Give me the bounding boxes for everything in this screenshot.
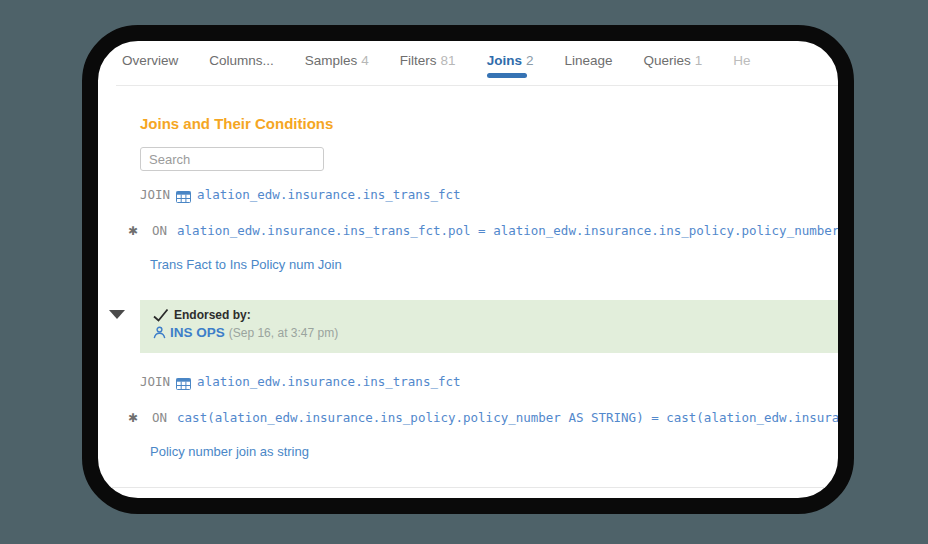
table-icon — [176, 376, 191, 388]
tab-samples[interactable]: Samples4 — [305, 53, 369, 82]
on-keyword: ON — [152, 223, 167, 238]
join-condition-row: ✱ ON alation_edw.insurance.ins_trans_fct… — [128, 223, 854, 238]
tab-filters-count: 81 — [441, 53, 456, 68]
tab-lineage[interactable]: Lineage — [564, 53, 612, 82]
table-icon — [176, 189, 191, 201]
join-table-link[interactable]: alation_edw.insurance.ins_trans_fct — [197, 374, 460, 389]
active-tab-indicator — [487, 73, 527, 78]
join-condition-icon: ✱ — [128, 411, 142, 425]
tab-queries[interactable]: Queries1 — [643, 53, 702, 82]
on-keyword: ON — [152, 410, 167, 425]
join-table-link[interactable]: alation_edw.insurance.ins_trans_fct — [197, 187, 460, 202]
page-title: Joins and Their Conditions — [140, 115, 333, 132]
tab-queries-count: 1 — [695, 53, 703, 68]
join-name-link[interactable]: Policy number join as string — [150, 444, 309, 459]
collapse-caret-icon[interactable] — [109, 310, 125, 319]
tab-samples-count: 4 — [361, 53, 369, 68]
tab-overview[interactable]: Overview — [122, 53, 178, 82]
tab-health-clipped[interactable]: He — [733, 53, 750, 82]
join-condition-row: ✱ ON cast(alation_edw.insurance.ins_poli… — [128, 410, 854, 425]
join-keyword: JOIN — [140, 374, 170, 389]
bottom-divider — [98, 487, 838, 488]
join-condition-expression: cast(alation_edw.insurance.ins_policy.po… — [177, 410, 854, 425]
endorsement-banner: Endorsed by: INS OPS (Sep 16, at 3:47 pm… — [140, 300, 854, 353]
tab-divider — [116, 85, 838, 86]
join-table-row: JOIN alation_edw.insurance.ins_trans_fct — [140, 187, 461, 202]
join-name-link[interactable]: Trans Fact to Ins Policy num Join — [150, 257, 342, 272]
tab-joins-count: 2 — [526, 53, 534, 68]
join-condition-expression: alation_edw.insurance.ins_trans_fct.pol … — [177, 223, 839, 238]
join-keyword: JOIN — [140, 187, 170, 202]
user-icon — [153, 326, 166, 339]
catalog-card: Overview Columns... Samples4 Filters81 J… — [82, 25, 854, 514]
join-table-row: JOIN alation_edw.insurance.ins_trans_fct — [140, 374, 461, 389]
tab-bar: Overview Columns... Samples4 Filters81 J… — [122, 53, 751, 82]
search-input[interactable] — [140, 147, 324, 171]
tab-filters[interactable]: Filters81 — [400, 53, 456, 82]
endorsement-timestamp: (Sep 16, at 3:47 pm) — [229, 326, 338, 340]
tab-columns[interactable]: Columns... — [209, 53, 274, 82]
endorsed-by-label: Endorsed by: — [174, 308, 251, 322]
endorsing-user-link[interactable]: INS OPS — [170, 325, 225, 340]
join-condition-icon: ✱ — [128, 224, 142, 238]
tab-joins[interactable]: Joins2 — [487, 53, 534, 82]
check-icon — [153, 308, 169, 322]
